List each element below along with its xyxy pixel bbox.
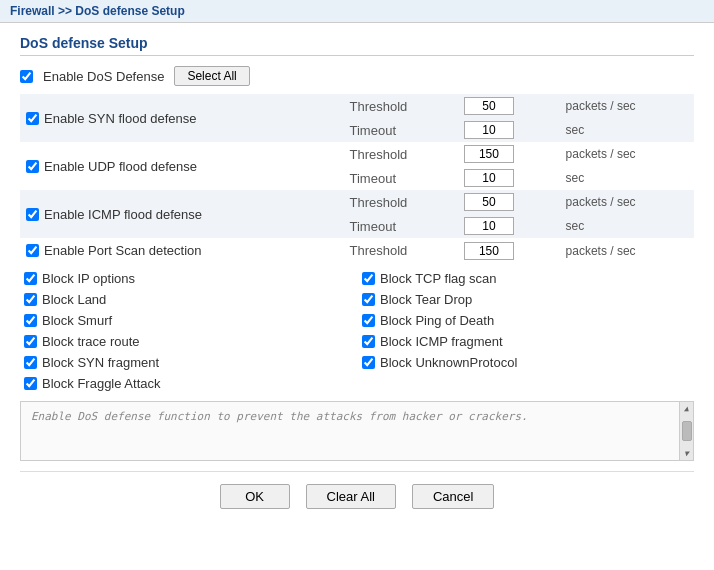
udp-label: Enable UDP flood defense [44, 159, 197, 174]
option-block-tear: Block Tear Drop [362, 290, 690, 309]
block-tcp-label: Block TCP flag scan [380, 271, 497, 286]
syn-timeout-label: Timeout [344, 118, 458, 142]
syn-label: Enable SYN flood defense [44, 111, 197, 126]
option-block-ip: Block IP options [24, 269, 352, 288]
description-box: Enable DoS defense function to prevent t… [20, 401, 694, 461]
udp-timeout-unit: sec [560, 166, 694, 190]
breadcrumb-text: Firewall >> DoS defense Setup [10, 4, 185, 18]
udp-timeout-label: Timeout [344, 166, 458, 190]
icmp-timeout-label: Timeout [344, 214, 458, 238]
syn-threshold-unit: packets / sec [560, 94, 694, 118]
block-trace-label: Block trace route [42, 334, 140, 349]
scroll-up-arrow[interactable]: ▲ [684, 404, 689, 413]
cancel-button[interactable]: Cancel [412, 484, 494, 509]
block-tcp-checkbox[interactable] [362, 272, 375, 285]
block-land-checkbox[interactable] [24, 293, 37, 306]
block-smurf-label: Block Smurf [42, 313, 112, 328]
scroll-down-arrow[interactable]: ▼ [684, 449, 689, 458]
block-icmp-frag-label: Block ICMP fragment [380, 334, 503, 349]
block-smurf-checkbox[interactable] [24, 314, 37, 327]
options-grid: Block IP options Block TCP flag scan Blo… [20, 269, 694, 393]
udp-threshold-unit: packets / sec [560, 142, 694, 166]
block-fraggle-checkbox[interactable] [24, 377, 37, 390]
block-ip-label: Block IP options [42, 271, 135, 286]
syn-threshold-label: Threshold [344, 94, 458, 118]
block-tear-checkbox[interactable] [362, 293, 375, 306]
icmp-label: Enable ICMP flood defense [44, 207, 202, 222]
clear-all-button[interactable]: Clear All [306, 484, 396, 509]
block-ip-checkbox[interactable] [24, 272, 37, 285]
option-block-fraggle: Block Fraggle Attack [24, 374, 352, 393]
option-block-unknown: Block UnknownProtocol [362, 353, 690, 372]
icmp-threshold-input[interactable] [464, 193, 514, 211]
option-block-smurf: Block Smurf [24, 311, 352, 330]
option-block-trace: Block trace route [24, 332, 352, 351]
option-block-syn-frag: Block SYN fragment [24, 353, 352, 372]
icmp-threshold-label: Threshold [344, 190, 458, 214]
select-all-button[interactable]: Select All [174, 66, 249, 86]
port-scan-threshold-input[interactable] [464, 242, 514, 260]
block-ping-death-checkbox[interactable] [362, 314, 375, 327]
option-block-tcp: Block TCP flag scan [362, 269, 690, 288]
ok-button[interactable]: OK [220, 484, 290, 509]
udp-checkbox[interactable] [26, 160, 39, 173]
syn-checkbox[interactable] [26, 112, 39, 125]
syn-threshold-input[interactable] [464, 97, 514, 115]
scrollbar-thumb[interactable] [682, 421, 692, 441]
block-trace-checkbox[interactable] [24, 335, 37, 348]
udp-threshold-input[interactable] [464, 145, 514, 163]
block-icmp-frag-checkbox[interactable] [362, 335, 375, 348]
block-syn-frag-checkbox[interactable] [24, 356, 37, 369]
port-scan-threshold-label: Threshold [344, 238, 458, 263]
enable-dos-checkbox[interactable] [20, 70, 33, 83]
button-row: OK Clear All Cancel [20, 471, 694, 509]
port-scan-label: Enable Port Scan detection [44, 243, 202, 258]
block-unknown-label: Block UnknownProtocol [380, 355, 517, 370]
port-scan-checkbox[interactable] [26, 244, 39, 257]
option-block-ping-death: Block Ping of Death [362, 311, 690, 330]
breadcrumb-bar: Firewall >> DoS defense Setup [0, 0, 714, 23]
udp-threshold-label: Threshold [344, 142, 458, 166]
block-ping-death-label: Block Ping of Death [380, 313, 494, 328]
option-block-land: Block Land [24, 290, 352, 309]
scrollbar[interactable]: ▲ ▼ [679, 402, 693, 460]
block-unknown-checkbox[interactable] [362, 356, 375, 369]
icmp-timeout-input[interactable] [464, 217, 514, 235]
icmp-timeout-unit: sec [560, 214, 694, 238]
block-fraggle-label: Block Fraggle Attack [42, 376, 161, 391]
port-scan-threshold-unit: packets / sec [560, 238, 694, 263]
block-tear-label: Block Tear Drop [380, 292, 472, 307]
syn-timeout-unit: sec [560, 118, 694, 142]
udp-timeout-input[interactable] [464, 169, 514, 187]
defense-table: Enable SYN flood defense Threshold packe… [20, 94, 694, 263]
option-block-icmp-frag: Block ICMP fragment [362, 332, 690, 351]
syn-timeout-input[interactable] [464, 121, 514, 139]
description-text: Enable DoS defense function to prevent t… [31, 410, 528, 423]
block-syn-frag-label: Block SYN fragment [42, 355, 159, 370]
block-land-label: Block Land [42, 292, 106, 307]
section-title: DoS defense Setup [20, 35, 694, 56]
enable-dos-label: Enable DoS Defense [43, 69, 164, 84]
icmp-checkbox[interactable] [26, 208, 39, 221]
icmp-threshold-unit: packets / sec [560, 190, 694, 214]
